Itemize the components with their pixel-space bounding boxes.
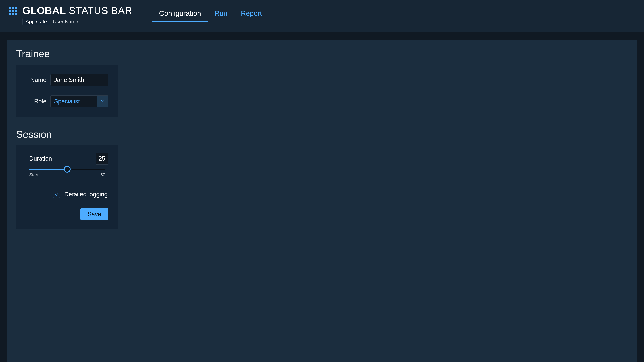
trainee-name-row: Name [26, 74, 108, 86]
gsb-branding: GLOBAL STATUS BAR App state User Name [10, 0, 132, 25]
slider-fill [29, 169, 67, 170]
save-row: Save [26, 208, 108, 220]
check-icon [54, 192, 59, 197]
duration-top: Duration 25 [29, 152, 108, 165]
user-name-label: User Name [53, 19, 78, 24]
logging-checkbox[interactable] [53, 191, 60, 198]
chevron-down-icon [100, 100, 105, 103]
duration-label: Duration [29, 155, 52, 162]
slider-axis: Start 50 [29, 172, 105, 177]
global-status-bar: GLOBAL STATUS BAR App state User Name Co… [0, 0, 644, 32]
duration-slider[interactable] [29, 168, 105, 171]
tab-run[interactable]: Run [208, 7, 234, 27]
tab-report[interactable]: Report [234, 7, 269, 27]
session-card: Duration 25 Start 50 Detailed logging Sa… [16, 145, 118, 229]
app-title-bold: GLOBAL [22, 5, 66, 16]
apps-grid-icon[interactable] [10, 6, 18, 14]
trainee-name-label: Name [26, 76, 50, 83]
logging-label: Detailed logging [64, 191, 108, 198]
trainee-name-input[interactable] [50, 74, 108, 86]
app-state-badge: App state [22, 18, 50, 25]
duration-value[interactable]: 25 [96, 152, 108, 165]
gsb-title-row: GLOBAL STATUS BAR [10, 0, 132, 16]
session-heading: Session [16, 129, 628, 140]
trainee-role-label: Role [26, 98, 50, 105]
slider-thumb[interactable] [64, 166, 70, 173]
app-title: GLOBAL STATUS BAR [22, 5, 132, 16]
logging-row: Detailed logging [26, 191, 108, 198]
main-panel: Trainee Name Role Specialist Session Dur… [7, 40, 637, 362]
save-button[interactable]: Save [80, 208, 108, 220]
slider-min-label: Start [29, 172, 38, 177]
trainee-role-dropdown-button[interactable] [97, 95, 108, 107]
nav-tabs: Configuration Run Report [152, 0, 269, 32]
trainee-card: Name Role Specialist [16, 64, 118, 117]
slider-max-label: 50 [100, 172, 105, 177]
tab-configuration[interactable]: Configuration [152, 7, 208, 27]
trainee-role-row: Role Specialist [26, 95, 108, 107]
trainee-role-value: Specialist [51, 95, 97, 107]
gsb-subrow: App state User Name [22, 18, 132, 25]
trainee-heading: Trainee [16, 48, 628, 59]
trainee-role-select[interactable]: Specialist [50, 95, 108, 107]
app-title-light: STATUS BAR [69, 5, 132, 16]
duration-block: Duration 25 Start 50 [26, 152, 108, 177]
